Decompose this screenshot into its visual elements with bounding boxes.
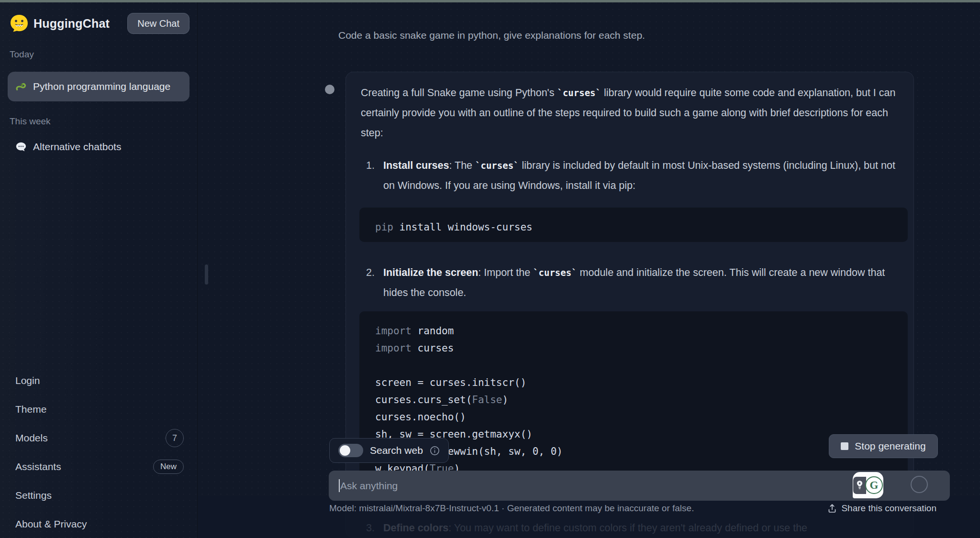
search-web-toggle[interactable] bbox=[338, 444, 363, 457]
sidebar-item-about-privacy[interactable]: About & Privacy bbox=[15, 515, 184, 533]
text-caret bbox=[339, 479, 340, 492]
info-icon[interactable] bbox=[430, 446, 440, 456]
search-web-control: Search web bbox=[329, 438, 449, 463]
huggingchat-logo-icon bbox=[10, 14, 29, 33]
settings-label: Settings bbox=[15, 490, 52, 501]
assistant-message-card: Creating a full Snake game using Python'… bbox=[345, 72, 914, 538]
grammarly-extension-badge[interactable]: G bbox=[853, 472, 883, 498]
step-number: 2. bbox=[366, 263, 383, 303]
assistants-label: Assistants bbox=[15, 461, 61, 472]
sidebar-item-settings[interactable]: Settings bbox=[15, 486, 184, 505]
sidebar-section-today: Today bbox=[10, 49, 34, 60]
snake-icon bbox=[15, 80, 27, 93]
step-text: Initialize the screen: Import the `curse… bbox=[383, 263, 905, 303]
sidebar-item-alternative-chatbots[interactable]: Alternative chatbots bbox=[8, 136, 189, 157]
sidebar-header: HuggingChat New Chat bbox=[10, 12, 189, 35]
stop-icon bbox=[841, 442, 848, 450]
login-label: Login bbox=[15, 375, 40, 386]
about-privacy-label: About & Privacy bbox=[15, 518, 87, 530]
chat-input-container: G bbox=[329, 471, 950, 501]
sidebar-item-label: Python programming language bbox=[33, 81, 170, 92]
huggingchat-app: HuggingChat New Chat Today Python progra… bbox=[0, 0, 980, 538]
conversation-footer: Model: mistralai/Mixtral-8x7B-Instruct-v… bbox=[329, 503, 936, 514]
share-upload-icon bbox=[827, 504, 837, 513]
search-web-label: Search web bbox=[370, 445, 423, 456]
assistant-step-1: 1. Install curses: The `curses` library … bbox=[366, 155, 905, 196]
stop-generating-label: Stop generating bbox=[855, 440, 925, 452]
assistants-new-badge: New bbox=[153, 460, 184, 474]
huggingchat-logo-link[interactable]: HuggingChat bbox=[10, 14, 110, 33]
send-button[interactable] bbox=[911, 476, 928, 493]
theme-label: Theme bbox=[15, 404, 46, 415]
sidebar-item-theme[interactable]: Theme bbox=[15, 400, 184, 418]
sidebar: HuggingChat New Chat Today Python progra… bbox=[0, 2, 198, 538]
share-conversation-link[interactable]: Share this conversation bbox=[827, 503, 936, 514]
sidebar-resize-handle[interactable] bbox=[205, 264, 208, 285]
new-chat-button[interactable]: New Chat bbox=[127, 13, 189, 34]
sidebar-section-this-week: This week bbox=[10, 116, 51, 127]
user-message: Code a basic snake game in python, give … bbox=[338, 30, 817, 41]
lightbulb-icon bbox=[853, 477, 866, 494]
share-conversation-label: Share this conversation bbox=[841, 503, 936, 514]
sidebar-item-label: Alternative chatbots bbox=[33, 141, 121, 153]
assistant-intro-paragraph: Creating a full Snake game using Python'… bbox=[361, 83, 906, 143]
code-content: pip install windows-curses bbox=[359, 208, 908, 247]
sidebar-item-assistants[interactable]: Assistants New bbox=[15, 458, 184, 476]
models-label: Models bbox=[15, 432, 48, 444]
assistant-avatar bbox=[325, 85, 334, 94]
step-number: 1. bbox=[366, 155, 383, 196]
step-text: Install curses: The `curses` library is … bbox=[383, 155, 905, 196]
sidebar-item-python-programming[interactable]: Python programming language bbox=[8, 72, 189, 101]
sidebar-item-models[interactable]: Models 7 bbox=[15, 429, 184, 447]
models-count-badge: 7 bbox=[166, 429, 184, 447]
app-title: HuggingChat bbox=[33, 17, 110, 31]
grammarly-g-icon: G bbox=[865, 476, 883, 494]
speech-balloon-icon bbox=[15, 141, 27, 153]
toggle-knob bbox=[340, 445, 350, 456]
assistant-step-2: 2. Initialize the screen: Import the `cu… bbox=[366, 263, 905, 303]
stop-generating-button[interactable]: Stop generating bbox=[829, 434, 938, 458]
model-info-text: Model: mistralai/Mixtral-8x7B-Instruct-v… bbox=[329, 503, 694, 514]
sidebar-item-login[interactable]: Login bbox=[15, 372, 184, 390]
code-block-pip-install: pip install windows-curses bbox=[359, 208, 908, 242]
